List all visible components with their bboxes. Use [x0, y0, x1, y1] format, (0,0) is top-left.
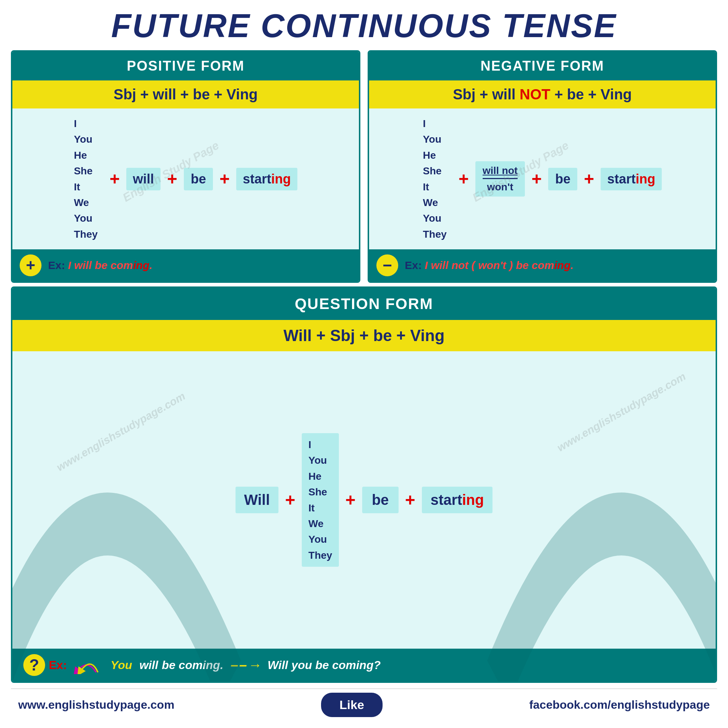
negative-plus1: +	[452, 170, 476, 188]
page-wrapper: FUTURE CONTINUOUS TENSE POSITIVE FORM Sb…	[0, 0, 728, 728]
question-form-box: QUESTION FORM Will + Sbj + be + Ving www…	[11, 286, 717, 683]
positive-example: Ex: I will be coming.	[48, 259, 153, 272]
positive-plus2: +	[161, 170, 184, 188]
dashed-arrow-icon: – – →	[231, 658, 260, 673]
negative-content: English Study Page I You He She It We Yo…	[369, 109, 716, 249]
negative-plus2: +	[525, 170, 548, 188]
footer-url-left: www.englishstudypage.com	[18, 698, 174, 712]
footer: www.englishstudypage.com Like facebook.c…	[11, 688, 717, 721]
positive-badge: +	[20, 254, 41, 276]
negative-be: be	[548, 168, 577, 190]
positive-example-row: + Ex: I will be coming.	[12, 249, 359, 281]
negative-subjects: I You He She It We You They	[423, 116, 452, 242]
positive-subjects: I You He She It We You They	[74, 116, 103, 242]
positive-plus3: +	[213, 170, 236, 188]
question-plus3: +	[399, 491, 422, 509]
question-badge: ?	[23, 654, 45, 676]
footer-like-button[interactable]: Like	[321, 693, 382, 717]
negative-header: NEGATIVE FORM	[369, 52, 716, 80]
positive-be: be	[184, 168, 213, 190]
question-starting: starting	[422, 487, 493, 513]
question-example: Ex: You will be comin	[49, 656, 381, 674]
question-formula: Will + Sbj + be + Ving	[12, 320, 716, 351]
negative-example-row: − Ex: I will not ( won't ) be coming.	[369, 249, 716, 281]
positive-header: POSITIVE FORM	[12, 52, 359, 80]
main-title: FUTURE CONTINUOUS TENSE	[11, 7, 717, 45]
positive-formula: Sbj + will + be + Ving	[12, 80, 359, 109]
question-content: Will + I You He She It We You They + be …	[12, 351, 716, 648]
footer-fb-right: facebook.com/englishstudypage	[529, 698, 710, 712]
positive-content: English Study Page I You He She It We Yo…	[12, 109, 359, 249]
positive-plus1: +	[103, 170, 126, 188]
top-row: POSITIVE FORM Sbj + will + be + Ving Eng…	[11, 50, 717, 283]
question-header: QUESTION FORM	[12, 288, 716, 320]
negative-starting: starting	[601, 168, 662, 190]
positive-form-box: POSITIVE FORM Sbj + will + be + Ving Eng…	[11, 50, 360, 283]
negative-badge: −	[376, 254, 398, 276]
positive-starting: starting	[236, 168, 297, 190]
negative-plus3: +	[577, 170, 601, 188]
negative-willnot: will not won't	[476, 161, 525, 197]
question-plus2: +	[339, 491, 362, 509]
negative-example: Ex: I will not ( won't ) be coming.	[405, 259, 574, 272]
question-you: You	[107, 657, 136, 673]
negative-form-box: NEGATIVE FORM Sbj + will NOT + be + Ving…	[368, 50, 717, 283]
positive-will: will	[126, 168, 161, 190]
question-example-row: ? Ex: You wil	[12, 648, 716, 681]
curved-arrows-icon	[70, 656, 103, 674]
question-subjects: I You He She It We You They	[302, 433, 338, 567]
negative-formula: Sbj + will NOT + be + Ving	[369, 80, 716, 109]
question-answer: Will you be coming?	[268, 658, 381, 672]
question-be-coming: be coming.	[162, 658, 223, 672]
question-will: Will	[236, 487, 279, 513]
question-will-word: will	[139, 658, 158, 672]
question-plus1: +	[278, 491, 302, 509]
question-be: be	[362, 487, 399, 513]
